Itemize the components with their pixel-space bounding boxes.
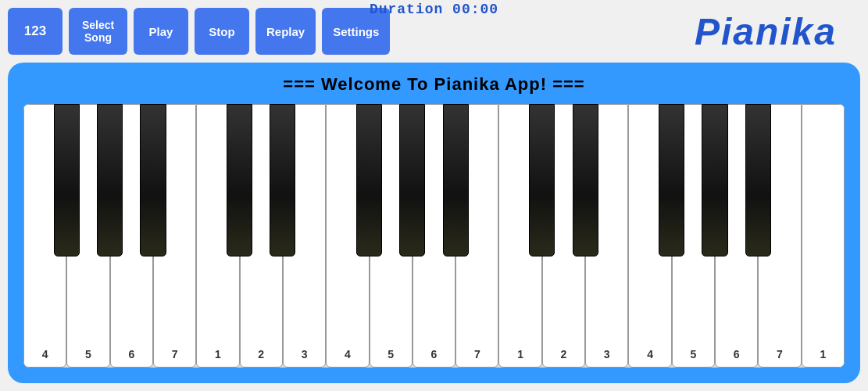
white-key-label-13: 3	[604, 348, 610, 361]
black-key-1[interactable]	[97, 104, 123, 256]
black-key-4[interactable]	[270, 104, 295, 256]
welcome-text: === Welcome To Pianika App! ===	[23, 74, 845, 95]
duration-label: Duration 00:00	[370, 2, 498, 17]
black-key-7[interactable]	[443, 104, 469, 256]
white-key-label-3: 7	[172, 348, 178, 361]
white-key-label-4: 1	[215, 348, 221, 361]
white-key-label-5: 2	[258, 348, 264, 361]
white-key-label-9: 6	[431, 348, 438, 361]
black-key-8[interactable]	[529, 104, 555, 256]
black-key-10[interactable]	[659, 104, 684, 256]
white-key-label-16: 6	[734, 348, 740, 361]
white-key-label-2: 6	[128, 348, 134, 361]
white-key-label-1: 5	[85, 348, 91, 361]
btn-select-song[interactable]: SelectSong	[69, 8, 127, 55]
white-key-label-6: 3	[302, 348, 308, 361]
white-key-label-17: 7	[777, 348, 783, 361]
white-key-18[interactable]: 1	[802, 104, 845, 368]
black-key-2[interactable]	[140, 104, 166, 256]
black-key-3[interactable]	[227, 104, 252, 256]
white-key-label-8: 5	[388, 348, 394, 361]
black-key-6[interactable]	[399, 104, 425, 256]
white-key-label-7: 4	[345, 348, 351, 361]
black-key-11[interactable]	[702, 104, 727, 256]
black-key-9[interactable]	[573, 104, 598, 256]
top-bar: Duration 00:00 123 SelectSong Play Stop …	[8, 8, 860, 55]
piano-container: === Welcome To Pianika App! === 45671234…	[8, 63, 860, 383]
white-key-label-12: 2	[561, 348, 567, 361]
white-key-label-15: 5	[690, 348, 696, 361]
btn-play[interactable]: Play	[134, 8, 188, 55]
black-key-0[interactable]	[54, 104, 80, 256]
black-key-5[interactable]	[356, 104, 382, 256]
white-key-label-11: 1	[517, 348, 523, 361]
white-key-label-18: 1	[820, 348, 826, 361]
black-key-12[interactable]	[745, 104, 771, 256]
app-title: Pianika	[695, 10, 837, 53]
white-key-label-14: 4	[647, 348, 653, 361]
btn-123[interactable]: 123	[8, 8, 63, 55]
piano-keyboard: 4567123456712345671	[23, 104, 845, 368]
white-key-label-10: 7	[474, 348, 480, 361]
white-key-label-0: 4	[42, 348, 48, 361]
btn-stop[interactable]: Stop	[195, 8, 249, 55]
btn-replay[interactable]: Replay	[255, 8, 316, 55]
